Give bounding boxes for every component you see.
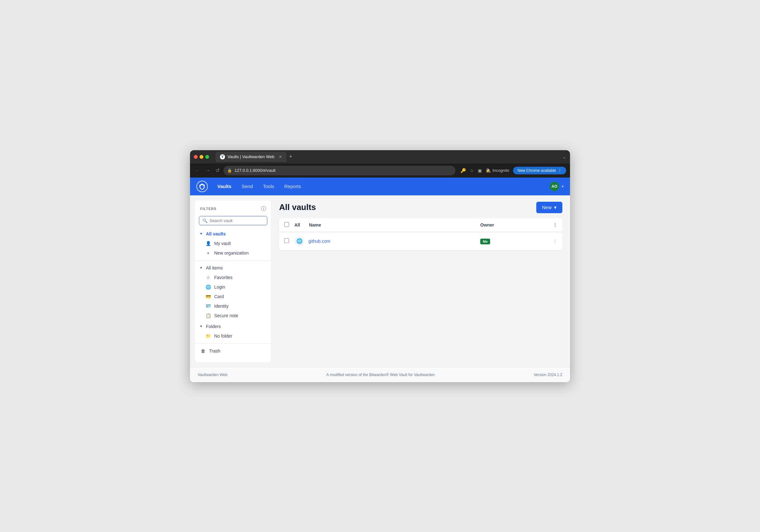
column-all: All [294, 222, 300, 228]
vault-title: All vaults [279, 202, 316, 212]
star-icon[interactable]: ☆ [470, 168, 474, 173]
new-button-label: New [542, 204, 551, 210]
row-favicon-icon: 🌐 [294, 236, 305, 246]
table-header: All Name Owner ⋮ [279, 218, 562, 232]
sidebar-favorites-label: Favorites [214, 275, 233, 280]
close-button[interactable] [194, 155, 198, 159]
footer-description: A modified version of the Bitwarden® Web… [326, 373, 435, 377]
sidebar-item-all-vaults[interactable]: ▾ All vaults [195, 229, 271, 239]
expand-icon: ⌄ [562, 154, 566, 159]
sidebar-item-no-folder[interactable]: 📁 No folder [195, 331, 271, 341]
avatar[interactable]: AO [549, 182, 559, 191]
note-icon: 📋 [205, 313, 211, 318]
footer-version: Version 2024.1.2 [534, 373, 562, 377]
footer-brand: Vaultwarden Web [198, 373, 227, 377]
chevron-down-icon-3: ▾ [200, 324, 202, 328]
help-icon[interactable]: ⓘ [261, 205, 266, 212]
sidebar-no-folder-label: No folder [214, 333, 232, 338]
search-box[interactable]: 🔍 [199, 216, 267, 225]
address-right-controls: 🔑 ☆ ▣ 🕵 Incognito New Chrome available ⋮ [460, 167, 566, 174]
sidebar-item-secure-note[interactable]: 📋 Secure note [195, 311, 271, 320]
sidebar-all-items-label: All items [206, 265, 223, 270]
nav-vaults[interactable]: Vaults [213, 181, 236, 192]
incognito-label: Incognito [493, 168, 509, 173]
incognito-button[interactable]: 🕵 Incognito [486, 168, 509, 173]
new-button-chevron-icon: ▾ [554, 204, 557, 210]
tab-close-button[interactable]: ✕ [279, 155, 282, 159]
new-chrome-button[interactable]: New Chrome available ⋮ [513, 167, 566, 174]
sidebar-secure-note-label: Secure note [214, 313, 238, 318]
sidebar-item-identity[interactable]: 🪪 Identity [195, 301, 271, 311]
sidebar-item-new-organization[interactable]: + New organization [195, 248, 271, 258]
select-all-checkbox-wrap [284, 222, 291, 228]
app-logo [196, 181, 208, 192]
reload-button[interactable]: ↺ [214, 166, 221, 175]
back-button[interactable]: ← [194, 166, 202, 175]
sidebar-folders-label: Folders [206, 324, 221, 329]
new-button[interactable]: New ▾ [536, 202, 562, 213]
active-tab[interactable]: V Vaults | Vaultwarden Web ✕ [215, 152, 286, 162]
column-owner: Owner [480, 222, 544, 228]
chevron-down-icon-2: ▾ [200, 266, 202, 270]
row-options-icon[interactable]: ⋮ [548, 239, 557, 244]
card-icon: 💳 [205, 294, 211, 299]
folder-icon: 📁 [205, 333, 211, 338]
sidebar-identity-label: Identity [214, 303, 228, 309]
new-chrome-label: New Chrome available [517, 168, 556, 173]
vault-table: All Name Owner ⋮ 🌐 github.com Me ⋮ [279, 218, 562, 250]
nav-send[interactable]: Send [237, 181, 257, 192]
chevron-down-icon: ▾ [200, 232, 202, 236]
row-name[interactable]: github.com [309, 239, 476, 244]
sidebar-item-favorites[interactable]: ☆ Favorites [195, 273, 271, 282]
row-owner: Me [480, 239, 544, 244]
nav-tools[interactable]: Tools [259, 181, 278, 192]
app-nav: Vaults Send Tools Reports AO ▾ [190, 178, 570, 195]
maximize-button[interactable] [205, 155, 209, 159]
reader-mode-icon[interactable]: ▣ [478, 168, 482, 173]
sidebar-item-trash[interactable]: 🗑 Trash [195, 346, 271, 356]
tab-title: Vaults | Vaultwarden Web [227, 154, 274, 159]
minimize-button[interactable] [200, 155, 203, 159]
row-checkbox[interactable] [284, 238, 289, 243]
column-name: Name [309, 222, 476, 228]
sidebar-item-all-items[interactable]: ▾ All items [195, 263, 271, 273]
sidebar-item-my-vault[interactable]: 👤 My vault [195, 239, 271, 248]
search-input[interactable] [210, 218, 264, 223]
row-checkbox-wrap [284, 238, 291, 244]
browser-window: V Vaults | Vaultwarden Web ✕ + ⌄ ← → ↺ 🔒… [190, 150, 570, 382]
address-text: 127.0.0.1:8000/#/vault [235, 168, 276, 173]
search-icon: 🔍 [202, 218, 208, 223]
account-chevron-icon: ▾ [562, 184, 564, 189]
sidebar-divider-2 [195, 343, 271, 344]
sidebar-items-section: ▾ All items ☆ Favorites 🌐 Login 💳 Card 🪪 [195, 263, 271, 320]
sidebar-trash-label: Trash [209, 348, 220, 353]
sidebar-new-org-label: New organization [214, 250, 249, 255]
address-input[interactable]: 🔒 127.0.0.1:8000/#/vault [223, 166, 455, 175]
incognito-icon: 🕵 [486, 168, 491, 173]
tab-favicon: V [220, 154, 225, 159]
owner-me-badge: Me [480, 239, 490, 244]
sidebar-folders-section: ▾ Folders 📁 No folder [195, 322, 271, 341]
person-icon: 👤 [205, 241, 211, 246]
sidebar-login-label: Login [214, 285, 225, 289]
star-icon-s: ☆ [205, 275, 211, 280]
forward-button[interactable]: → [204, 166, 212, 175]
sidebar-divider-1 [195, 260, 271, 261]
main-content: FILTERS ⓘ 🔍 ▾ All vaults 👤 My vault + [190, 195, 570, 367]
traffic-lights [194, 155, 209, 159]
vault-header: All vaults New ▾ [279, 202, 562, 213]
nav-links: Vaults Send Tools Reports [213, 181, 549, 192]
app-footer: Vaultwarden Web A modified version of th… [190, 367, 570, 382]
select-all-checkbox[interactable] [284, 222, 289, 227]
new-tab-button[interactable]: + [289, 154, 293, 160]
nav-right: AO ▾ [549, 182, 564, 191]
filters-header: FILTERS ⓘ [195, 205, 271, 216]
sidebar-item-card[interactable]: 💳 Card [195, 292, 271, 301]
sidebar-item-login[interactable]: 🌐 Login [195, 282, 271, 292]
nav-reports[interactable]: Reports [280, 181, 306, 192]
sidebar-item-folders[interactable]: ▾ Folders [195, 322, 271, 331]
sidebar-my-vault-label: My vault [214, 241, 231, 246]
trash-icon: 🗑 [200, 348, 206, 353]
plus-icon: + [205, 250, 211, 255]
table-options-icon[interactable]: ⋮ [548, 222, 557, 228]
